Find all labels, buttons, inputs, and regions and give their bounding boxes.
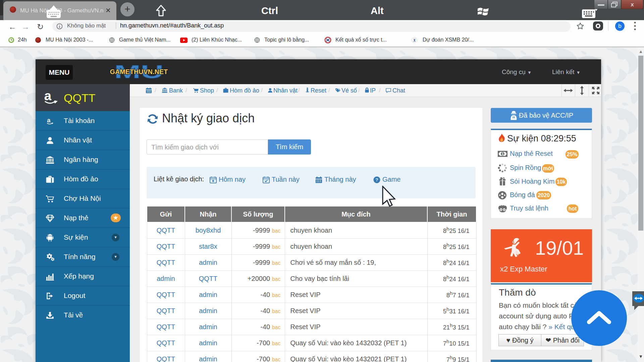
svg-text:?: ? [375, 177, 378, 182]
svg-text:X: X [413, 38, 416, 43]
svg-text:a: a [47, 117, 51, 124]
svg-text:a: a [44, 89, 52, 103]
svg-text:GAMETHUVN.NET: GAMETHUVN.NET [110, 68, 168, 75]
svg-text:1: 1 [501, 152, 503, 156]
